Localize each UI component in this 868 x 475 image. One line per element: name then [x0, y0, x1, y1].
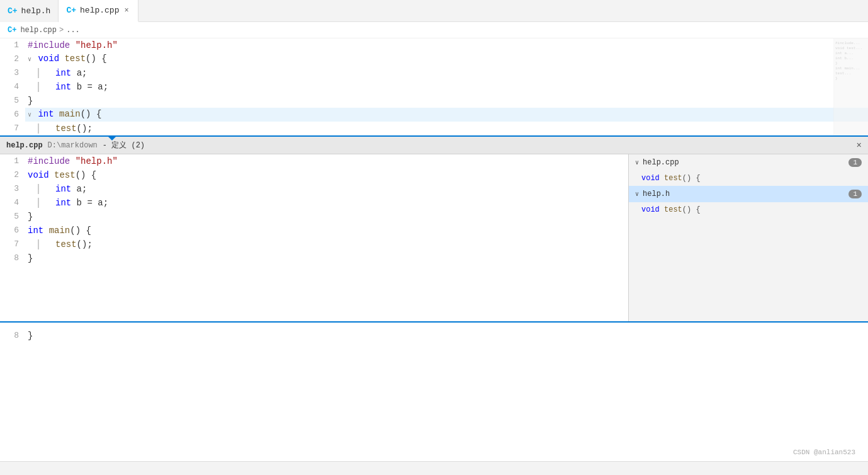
- line-content-6: ∨ int main() {: [25, 107, 868, 122]
- breadcrumb-rest: ...: [66, 26, 80, 35]
- peek-body: 1 #include "help.h" 2 void test() { 3 in…: [0, 154, 868, 321]
- peek-line-num-1: 1: [0, 154, 25, 168]
- peek-ref-badge-help-cpp: 1: [848, 158, 862, 167]
- peek-line-1: 1 #include "help.h": [0, 154, 628, 168]
- tab-bar: C+ help.h C+ help.cpp ×: [0, 0, 868, 22]
- editor-line-5: 5 }: [0, 94, 868, 108]
- bottom-line-content-8: }: [25, 329, 868, 343]
- peek-close-button[interactable]: ×: [857, 140, 862, 151]
- peek-line-num-3: 3: [0, 182, 25, 196]
- line-num-5: 5: [0, 94, 25, 108]
- line-num-1: 1: [0, 38, 25, 52]
- line-num-3: 3: [0, 66, 25, 80]
- peek-line-content-6: int main() {: [25, 224, 628, 238]
- editor-line-1: 1 #include "help.h": [0, 38, 868, 52]
- peek-ref-badge-help-h: 1: [848, 190, 862, 198]
- peek-line-7: 7 test();: [0, 238, 628, 251]
- bottom-line-8: 8 }: [0, 329, 868, 343]
- peek-line-3: 3 int a;: [0, 182, 628, 196]
- peek-line-content-5: }: [25, 210, 628, 224]
- peek-header-title: help.cpp D:\markdown - 定义 (2): [6, 140, 145, 151]
- peek-line-content-4: int b = a;: [25, 196, 628, 210]
- bottom-editor: 8 }: [0, 329, 868, 343]
- editor-code-area: 1 #include "help.h" 2 ∨ void test() { 3 …: [0, 38, 868, 135]
- tab-help-cpp[interactable]: C+ help.cpp ×: [59, 0, 138, 22]
- breadcrumb-separator: >: [59, 26, 64, 35]
- peek-line-content-2: void test() {: [25, 168, 628, 182]
- tab-icon-help-cpp: C+: [66, 6, 76, 15]
- peek-ref-group-help-h: ∨ help.h 1 void test() {: [629, 186, 868, 217]
- peek-header: help.cpp D:\markdown - 定义 (2) ×: [0, 137, 868, 154]
- peek-ref-group-help-cpp: ∨ help.cpp 1 void test() {: [629, 154, 868, 186]
- peek-line-content-3: int a;: [25, 182, 628, 196]
- line-num-7: 7: [0, 122, 25, 135]
- peek-header-label: - 定义 (2): [103, 140, 145, 151]
- line-content-4: int b = a;: [25, 80, 868, 94]
- breadcrumb: C+ help.cpp > ...: [0, 22, 868, 38]
- bottom-line-num-8: 8: [0, 329, 25, 343]
- peek-ref-group-label-help-cpp: help.cpp: [643, 158, 679, 167]
- line-content-2: ∨ void test() {: [25, 52, 868, 67]
- peek-arrow-indicator: [107, 135, 117, 140]
- tab-icon-help-h: C+: [8, 6, 18, 16]
- peek-line-5: 5 }: [0, 210, 628, 224]
- line-num-6: 6: [0, 108, 25, 122]
- editor-line-4: 4 int b = a;: [0, 80, 868, 94]
- breadcrumb-filename: help.cpp: [20, 26, 57, 35]
- peek-header-filename: help.cpp: [6, 141, 43, 150]
- status-bar: [0, 461, 868, 475]
- peek-line-6: 6 int main() {: [0, 224, 628, 238]
- peek-line-num-6: 6: [0, 224, 25, 238]
- tab-label-help-cpp: help.cpp: [80, 6, 119, 15]
- peek-code-pane: 1 #include "help.h" 2 void test() { 3 in…: [0, 154, 629, 321]
- editor-line-6: 6 ∨ int main() {: [0, 108, 868, 122]
- peek-line-2: 2 void test() {: [0, 168, 628, 182]
- watermark: CSDN @anlian523: [793, 449, 855, 456]
- peek-header-path: D:\markdown: [48, 141, 98, 150]
- peek-line-num-8: 8: [0, 251, 25, 265]
- line-num-2: 2: [0, 52, 25, 66]
- line-content-7: test();: [25, 122, 868, 135]
- peek-panel: help.cpp D:\markdown - 定义 (2) × 1 #inclu…: [0, 135, 868, 323]
- peek-line-num-5: 5: [0, 210, 25, 224]
- peek-line-num-4: 4: [0, 196, 25, 210]
- line-content-1: #include "help.h": [25, 38, 868, 52]
- peek-line-content-1: #include "help.h": [25, 154, 628, 168]
- peek-ref-item-help-h-1[interactable]: void test() {: [629, 202, 868, 217]
- editor-line-2: 2 ∨ void test() {: [0, 52, 868, 66]
- tab-close-help-cpp[interactable]: ×: [123, 5, 130, 16]
- line-content-5: }: [25, 94, 868, 108]
- line-content-3: int a;: [25, 66, 868, 80]
- main-editor: 1 #include "help.h" 2 ∨ void test() { 3 …: [0, 38, 868, 135]
- chevron-help-cpp: ∨: [635, 159, 639, 166]
- peek-line-num-7: 7: [0, 238, 25, 251]
- peek-line-content-8: }: [25, 251, 628, 265]
- breadcrumb-file-icon: C+: [8, 26, 16, 35]
- tab-help-h[interactable]: C+ help.h: [0, 0, 59, 22]
- peek-refs-pane: ∨ help.cpp 1 void test() { ∨ help.h: [629, 154, 868, 321]
- peek-line-content-7: test();: [25, 238, 628, 251]
- chevron-help-h: ∨: [635, 190, 639, 198]
- editor-line-7: 7 test();: [0, 122, 868, 135]
- peek-line-num-2: 2: [0, 168, 25, 182]
- tab-label-help-h: help.h: [21, 6, 51, 16]
- editor-line-3: 3 int a;: [0, 66, 868, 80]
- peek-ref-header-help-cpp[interactable]: ∨ help.cpp 1: [629, 154, 868, 171]
- peek-ref-header-help-h[interactable]: ∨ help.h 1: [629, 186, 868, 202]
- line-num-4: 4: [0, 80, 25, 94]
- peek-line-4: 4 int b = a;: [0, 196, 628, 210]
- peek-ref-item-help-cpp-1[interactable]: void test() {: [629, 171, 868, 186]
- peek-line-8: 8 }: [0, 251, 628, 265]
- peek-ref-group-label-help-h: help.h: [643, 190, 670, 198]
